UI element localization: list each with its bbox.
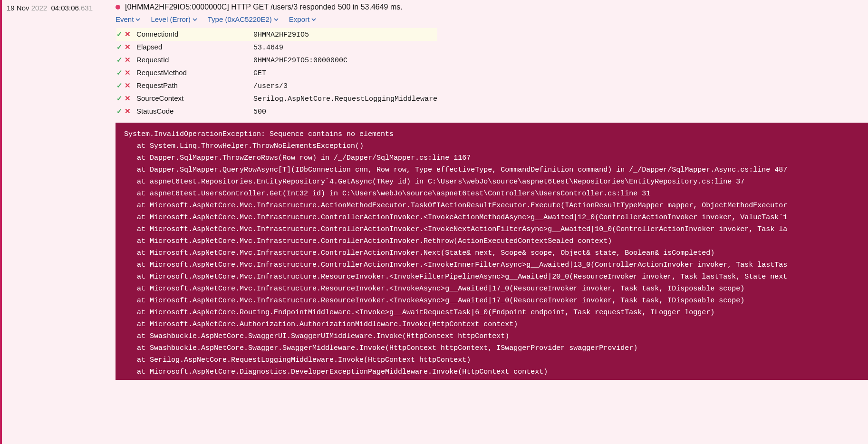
property-filter-icons: ✓✕ xyxy=(116,92,136,105)
property-filter-icons: ✓✕ xyxy=(116,67,136,79)
include-filter-icon[interactable]: ✓ xyxy=(116,68,123,77)
include-filter-icon[interactable]: ✓ xyxy=(116,94,123,102)
timestamp: 19 Nov 2022 04:03:06.631 xyxy=(7,3,93,12)
property-filter-icons: ✓✕ xyxy=(116,28,136,41)
chevron-down-icon xyxy=(311,17,316,22)
exclude-filter-icon[interactable]: ✕ xyxy=(125,30,131,38)
property-key: Elapsed xyxy=(136,41,253,54)
timestamp-ms: .631 xyxy=(79,4,93,12)
property-filter-icons: ✓✕ xyxy=(116,105,136,118)
timestamp-year: 2022 xyxy=(31,4,47,12)
property-value: Serilog.AspNetCore.RequestLoggingMiddlew… xyxy=(253,92,437,105)
log-summary-line: [0HMMA2HF29IO5:0000000C] HTTP GET /users… xyxy=(116,3,868,15)
filter-export-label: Export xyxy=(289,15,309,23)
property-row: ✓✕ConnectionId0HMMA2HF29IO5 xyxy=(116,28,437,41)
filter-level-label: Level (Error) xyxy=(151,15,190,23)
stacktrace-panel: System.InvalidOperationException: Sequen… xyxy=(116,123,868,380)
property-value: 0HMMA2HF29IO5:0000000C xyxy=(253,54,437,67)
timestamp-time: 04:03:06 xyxy=(51,4,78,12)
main-column: [0HMMA2HF29IO5:0000000C] HTTP GET /users… xyxy=(116,3,868,380)
error-dot-icon xyxy=(116,5,120,10)
filter-event-dropdown[interactable]: Event xyxy=(116,15,140,23)
chevron-down-icon xyxy=(193,17,197,22)
property-value: 0HMMA2HF29IO5 xyxy=(253,28,437,41)
log-message-text: [0HMMA2HF29IO5:0000000C] HTTP GET /users… xyxy=(125,3,403,11)
include-filter-icon[interactable]: ✓ xyxy=(116,107,123,115)
property-value: 500 xyxy=(253,105,437,118)
include-filter-icon[interactable]: ✓ xyxy=(116,81,123,89)
log-entry: 19 Nov 2022 04:03:06.631 [0HMMA2HF29IO5:… xyxy=(0,0,868,444)
property-row: ✓✕SourceContextSerilog.AspNetCore.Reques… xyxy=(116,92,437,105)
property-value: /users/3 xyxy=(253,79,437,92)
property-row: ✓✕RequestMethodGET xyxy=(116,67,437,79)
property-value: GET xyxy=(253,67,437,79)
filter-level-dropdown[interactable]: Level (Error) xyxy=(151,15,197,23)
property-filter-icons: ✓✕ xyxy=(116,54,136,67)
exclude-filter-icon[interactable]: ✕ xyxy=(125,94,131,102)
property-key: RequestId xyxy=(136,54,253,67)
property-key: ConnectionId xyxy=(136,28,253,41)
filter-type-dropdown[interactable]: Type (0xAC5220E2) xyxy=(208,15,279,23)
exclude-filter-icon[interactable]: ✕ xyxy=(125,56,131,64)
property-row: ✓✕RequestPath/users/3 xyxy=(116,79,437,92)
properties-table: ✓✕ConnectionId0HMMA2HF29IO5✓✕Elapsed53.4… xyxy=(116,28,437,118)
exclude-filter-icon[interactable]: ✕ xyxy=(125,81,131,89)
filter-type-label: Type (0xAC5220E2) xyxy=(208,15,272,23)
property-filter-icons: ✓✕ xyxy=(116,41,136,54)
header-row: 19 Nov 2022 04:03:06.631 [0HMMA2HF29IO5:… xyxy=(2,0,868,380)
filter-event-label: Event xyxy=(116,15,134,23)
property-key: StatusCode xyxy=(136,105,253,118)
property-row: ✓✕StatusCode500 xyxy=(116,105,437,118)
property-key: SourceContext xyxy=(136,92,253,105)
property-filter-icons: ✓✕ xyxy=(116,79,136,92)
exclude-filter-icon[interactable]: ✕ xyxy=(125,68,131,77)
filter-export-dropdown[interactable]: Export xyxy=(289,15,316,23)
chevron-down-icon xyxy=(274,17,279,22)
timestamp-date: 19 Nov xyxy=(7,4,29,12)
exclude-filter-icon[interactable]: ✕ xyxy=(125,43,131,51)
exclude-filter-icon[interactable]: ✕ xyxy=(125,107,131,115)
property-value: 53.4649 xyxy=(253,41,437,54)
property-key: RequestPath xyxy=(136,79,253,92)
filter-row: Event Level (Error) Type (0xAC5220E2) xyxy=(116,15,868,28)
property-row: ✓✕Elapsed53.4649 xyxy=(116,41,437,54)
chevron-down-icon xyxy=(135,17,140,22)
include-filter-icon[interactable]: ✓ xyxy=(116,56,123,64)
include-filter-icon[interactable]: ✓ xyxy=(116,43,123,51)
property-key: RequestMethod xyxy=(136,67,253,79)
include-filter-icon[interactable]: ✓ xyxy=(116,30,123,38)
property-row: ✓✕RequestId0HMMA2HF29IO5:0000000C xyxy=(116,54,437,67)
